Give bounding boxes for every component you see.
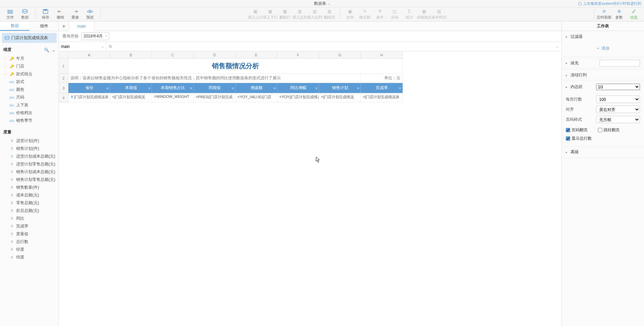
sheet-title-cell[interactable]: 销售额情况分析 [68,59,403,74]
table-header-cell[interactable]: 增减额≡ [236,83,277,93]
spreadsheet-grid[interactable]: ABCDEFGH1销售额情况分析2说明：该表以销售金额为中心指标分析了各个省份的… [59,51,561,103]
scheduled-refresh-button[interactable]: ⟳定时刷新 [597,8,612,21]
preview-button[interactable]: 预览 [83,8,97,21]
col-header[interactable]: D [194,51,236,59]
measure-field[interactable]: #销售数量(件) [0,184,59,191]
formula-cell[interactable]: ⬇[门店计划完成情况表 [68,93,110,103]
pagestyle-select[interactable]: 无方框 [596,116,640,123]
formula-cell[interactable]: =[门店计划完成情况 [319,93,361,103]
measure-field[interactable]: #成本总额(元) [0,191,59,199]
name-box[interactable]: ⌄ [59,42,106,51]
menu-icon[interactable]: ≡ [190,86,192,90]
menu-icon[interactable]: ≡ [148,86,150,90]
section-freeze[interactable]: ▸冻结行列 [562,70,644,81]
row-header[interactable]: 1 [59,59,68,74]
dimension-field[interactable]: abc尺码 [0,93,59,101]
row-header[interactable]: 2 [59,74,68,83]
section-fill[interactable]: ▸填充 [562,57,644,69]
col-header[interactable]: E [236,51,277,59]
measure-field[interactable]: #进货计划零售总额(元) [0,160,59,168]
undo-button[interactable]: 撤销 [53,8,68,21]
dimension-field[interactable]: abc上下装 [0,101,59,109]
formula-cell[interactable]: =[门店计划完成情况 [110,93,152,103]
menu-icon[interactable]: ≡ [357,86,359,90]
align-select[interactable]: 居右对齐 [596,106,640,113]
dimension-field[interactable]: abc销售季节 [0,117,59,125]
dimension-field[interactable]: ›🔑款式组合 [0,70,59,78]
show-total-checkbox[interactable]: 显示总行数 [566,134,640,143]
menu-icon[interactable]: ≡ [399,86,401,90]
measure-field[interactable]: #完成率 [0,222,59,230]
jump-flip-checkbox[interactable]: 跳转翻页 [598,126,620,134]
menu-icon[interactable]: ≡ [106,86,109,90]
formula-cell[interactable]: =YOY_VALUE([门店 [236,93,277,103]
measure-field[interactable]: #销售计划(件) [0,145,59,153]
add-filter-button[interactable]: ＋添加 [566,44,640,53]
file-button[interactable]: 文件 [3,8,18,21]
measure-field[interactable]: #同比 [0,215,59,222]
name-input[interactable] [61,44,104,49]
search-icon[interactable]: 🔍 [44,48,49,52]
dimension-field[interactable]: abc颜色 [0,86,59,93]
col-header[interactable]: C [152,51,194,59]
measure-field[interactable]: #销售计划零售总额(元) [0,176,59,184]
description-cell[interactable]: 说明：该表以销售金额为中心指标分析了各个省份的销售额相关情况，其中销售额的同比使… [68,74,361,83]
dimension-field[interactable]: abc款式 [0,78,59,86]
col-header[interactable]: A [68,51,110,59]
save-button[interactable]: 保存 [38,8,53,21]
formula-cell[interactable]: =PRES([门店计划完成 [194,93,236,103]
section-advanced[interactable]: ▸高级 [562,146,644,158]
redo-button[interactable]: 重做 [68,8,83,21]
add-tab-button[interactable]: + [59,22,69,31]
measure-field[interactable]: #度量值 [0,230,59,238]
measure-field[interactable]: #零售总额(元) [0,199,59,207]
table-header-cell[interactable]: 完成率≡ [361,83,403,93]
table-header-cell[interactable]: 同期值≡ [194,83,236,93]
unit-cell[interactable]: 单位：元 [361,74,403,83]
tab-main[interactable]: main [69,22,94,31]
col-header[interactable]: F [277,51,319,59]
chevron-down-icon[interactable]: ⌄ [101,45,104,48]
page-flip-checkbox[interactable]: 页码翻页 [566,126,588,134]
title-dropdown-icon[interactable]: ⌄ [328,2,330,5]
col-header[interactable]: G [319,51,361,59]
dimension-field[interactable]: abc价格档次 [0,109,59,117]
menu-icon[interactable]: ≡ [232,86,234,90]
params-button[interactable]: ⚙参数 [612,8,626,21]
row-header[interactable]: 3 [59,83,68,93]
dimension-field[interactable]: ›🔑年月 [0,55,59,62]
table-header-cell[interactable]: 本期销售占比≡ [152,83,194,93]
perpage-select[interactable]: 100 [596,96,640,103]
section-padding[interactable]: ▸内边距 10 [562,81,644,93]
table-header-cell[interactable]: 同比增幅≡ [277,83,319,93]
row-header[interactable]: 4 [59,93,68,103]
chevron-down-icon[interactable]: ⌄ [52,48,55,52]
fill-input[interactable] [600,60,640,66]
padding-select[interactable]: 10 [596,84,640,90]
dimension-field[interactable]: ›🔑门店 [0,62,59,70]
measure-field[interactable]: #进货计划成本总额(元) [0,153,59,160]
query-month-select[interactable]: 2018年4月 [81,32,109,40]
formula-input[interactable] [114,44,554,49]
section-filter[interactable]: ▸过滤器 [562,31,644,42]
data-button[interactable]: 数据 [18,8,32,21]
menu-icon[interactable]: ≡ [315,86,317,90]
menu-icon[interactable]: ≡ [274,86,276,90]
measure-field[interactable]: #销售计划成本总额(元) [0,168,59,176]
measure-field[interactable]: #纬度 [0,253,59,261]
formula-cell[interactable]: =WINDOW_WEIGHT [152,93,194,103]
col-header[interactable]: H [361,51,403,59]
info-button[interactable]: ✓信息 [626,8,641,21]
tab-component[interactable]: 组件 [29,22,59,31]
measure-field[interactable]: #总行数 [0,238,59,246]
formula-cell[interactable]: =[门店计划完成情况表 [361,93,403,103]
chevron-down-icon[interactable]: ⌄ [556,45,559,48]
tab-data[interactable]: 数据 [0,22,29,31]
measure-field[interactable]: #折后总额(元) [0,207,59,215]
table-header-cell[interactable]: 本期值≡ [110,83,152,93]
dataset-item[interactable]: 门店计划完成情况表 [2,33,57,43]
measure-field[interactable]: #经度 [0,246,59,253]
col-header[interactable]: B [110,51,152,59]
measure-field[interactable]: #进货计划(件) [0,137,59,145]
formula-cell[interactable]: =YOY([门店计划完成情况表] [277,93,319,103]
